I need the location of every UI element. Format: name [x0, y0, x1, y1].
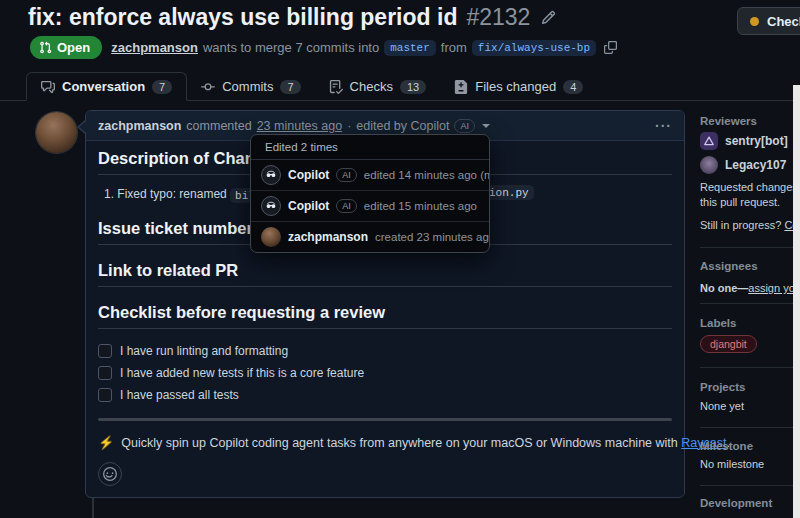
pr-title-text: fix: enforce always use billing period i…: [28, 4, 457, 31]
tab-counter: 4: [563, 80, 583, 94]
tab-label: Checks: [350, 79, 393, 94]
development-heading: Development: [700, 497, 772, 509]
pr-page: fix: enforce always use billing period i…: [0, 0, 800, 518]
edit-history-title: Edited 2 times: [251, 135, 489, 160]
tab-counter: 7: [152, 80, 172, 94]
head-branch-label[interactable]: fix/always-use-bp: [472, 40, 596, 56]
tab-checks[interactable]: Checks 13: [315, 73, 441, 100]
assign-yourself-link[interactable]: assign yourself: [748, 282, 794, 294]
checkbox[interactable]: [98, 344, 112, 358]
pr-number: #2132: [466, 4, 530, 31]
reviewer-name: Legacy107: [725, 158, 786, 172]
milestone-value: No milestone: [700, 457, 764, 472]
ai-badge: AI: [336, 168, 357, 182]
edit-history-popup: Edited 2 times Copilot AI edited 14 minu…: [250, 134, 490, 253]
comment-action-word: commented: [186, 119, 251, 133]
checklist-item: I have added new tests if this is a core…: [98, 366, 672, 380]
pr-state-badge: Open: [30, 36, 102, 59]
edited-by-text: edited by Copilot: [356, 119, 449, 133]
checklist-item: I have run linting and formatting: [98, 344, 672, 358]
sidebar-divider: [700, 303, 793, 304]
copilot-avatar: [261, 165, 281, 185]
checklist-label: I have run linting and formatting: [120, 344, 288, 358]
projects-heading: Projects: [700, 381, 745, 393]
pr-meta-row: Open zachpmanson wants to merge 7 commit…: [30, 36, 617, 59]
edit-history-item[interactable]: Copilot AI edited 14 minutes ago (most r…: [251, 160, 489, 191]
sidebar-divider: [700, 247, 793, 248]
reviewer-name: sentry[bot]: [725, 134, 788, 148]
tab-counter: 7: [280, 80, 300, 94]
tab-conversation[interactable]: Conversation 7: [26, 72, 187, 101]
pr-state-label: Open: [57, 40, 90, 55]
from-word: from: [441, 40, 467, 55]
comment-separator: ·: [347, 119, 351, 133]
checklist-item: I have passed all tests: [98, 388, 672, 402]
copilot-tip: ⚡ Quickly spin up Copilot coding agent t…: [98, 435, 672, 450]
copilot-avatar: [261, 196, 281, 216]
tab-label: Files changed: [475, 79, 556, 94]
edit-time: edited 15 minutes ago: [364, 200, 477, 212]
reviewers-heading: Reviewers: [700, 115, 757, 127]
comment-author-link[interactable]: zachpmanson: [98, 119, 181, 133]
comment-timestamp-link[interactable]: 23 minutes ago: [257, 119, 342, 133]
user-avatar: [261, 227, 281, 247]
reviewer-avatar: [700, 156, 718, 174]
checkbox[interactable]: [98, 366, 112, 380]
ai-badge: AI: [336, 199, 357, 213]
edit-time: edited 14 minutes ago (most recent): [364, 169, 490, 181]
pr-tab-bar: Conversation 7 Commits 7 Checks 13 Files…: [0, 71, 793, 101]
reviewer-row[interactable]: Legacy107: [700, 156, 786, 174]
ai-badge: AI: [454, 119, 475, 133]
milestone-heading: Milestone: [700, 440, 753, 452]
edit-history-item[interactable]: Copilot AI edited 15 minutes ago: [251, 191, 489, 222]
list-item-text: 1. Fixed typo: renamed: [104, 187, 227, 201]
tab-label: Commits: [222, 79, 273, 94]
divider: [98, 418, 672, 421]
checklist-label: I have added new tests if this is a core…: [120, 366, 364, 380]
pr-sidebar: Reviewers sentry[bot] Legacy107 Requeste…: [700, 0, 794, 518]
label-pill[interactable]: djangbit: [700, 335, 757, 353]
tab-counter: 13: [400, 80, 426, 94]
tab-commits[interactable]: Commits 7: [187, 73, 314, 100]
convert-to-draft: Still in progress? Conver: [700, 218, 794, 233]
pr-title: fix: enforce always use billing period i…: [28, 4, 556, 31]
copy-branch-icon[interactable]: [604, 41, 617, 54]
smiley-icon: [103, 467, 117, 481]
add-reaction-button[interactable]: [98, 462, 122, 486]
tab-files-changed[interactable]: Files changed 4: [440, 73, 597, 100]
merge-text: wants to merge 7 commits into: [203, 40, 379, 55]
comment-author-avatar[interactable]: [36, 112, 77, 153]
heading-checklist: Checklist before requesting a review: [98, 303, 672, 329]
git-pull-request-icon: [39, 41, 52, 54]
tab-label: Conversation: [62, 79, 145, 94]
reviewer-row[interactable]: sentry[bot]: [700, 132, 788, 150]
edit-history-item[interactable]: zachpmanson created 23 minutes ago: [251, 222, 489, 252]
git-commit-icon: [201, 80, 215, 94]
author-link[interactable]: zachpmanson: [111, 40, 198, 55]
checklist-label: I have passed all tests: [120, 388, 239, 402]
edit-time: created 23 minutes ago: [375, 231, 490, 243]
checklist-icon: [329, 80, 343, 94]
edited-by-toggle[interactable]: edited by Copilot AI: [356, 119, 490, 133]
editor-name: Copilot: [288, 199, 329, 213]
chevron-down-icon: [482, 124, 490, 128]
sidebar-divider: [700, 427, 793, 428]
sidebar-divider: [700, 367, 793, 368]
edit-title-icon[interactable]: [541, 10, 556, 25]
window-edge: [793, 85, 800, 518]
projects-value: None yet: [700, 399, 744, 414]
base-branch-label[interactable]: master: [384, 40, 436, 56]
inline-code: ion.py: [484, 185, 534, 200]
comment-icon: [41, 80, 55, 94]
sidebar-divider: [700, 485, 793, 486]
comment-caret: [77, 119, 86, 135]
labels-list: djangbit: [700, 334, 757, 353]
review-required-note: Requested changes mus this pull request.: [700, 180, 794, 210]
checklist: I have run linting and formatting I have…: [98, 344, 672, 402]
file-diff-icon: [454, 80, 468, 94]
labels-heading: Labels: [700, 317, 736, 329]
timeline-connector: [92, 498, 94, 518]
comment-options-kebab-icon[interactable]: ···: [655, 118, 672, 134]
heading-related-pr: Link to related PR: [98, 261, 672, 287]
checkbox[interactable]: [98, 388, 112, 402]
